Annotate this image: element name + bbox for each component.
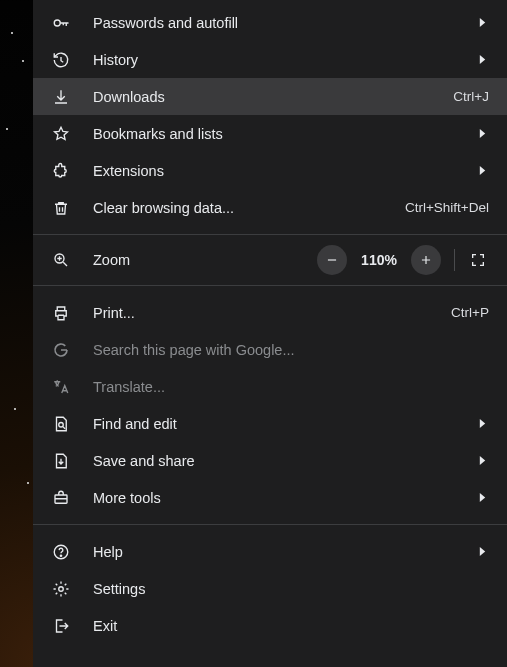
chevron-right-icon: [475, 419, 489, 428]
menu-item-passwords-autofill[interactable]: Passwords and autofill: [33, 4, 507, 41]
menu-item-label: Downloads: [93, 89, 443, 105]
menu-item-label: Passwords and autofill: [93, 15, 465, 31]
menu-item-zoom: Zoom 110%: [33, 239, 507, 281]
gear-icon: [51, 579, 71, 599]
fullscreen-button[interactable]: [463, 245, 493, 275]
chevron-right-icon: [475, 55, 489, 64]
menu-section-3: Help Settings Exit: [33, 529, 507, 648]
menu-item-save-share[interactable]: Save and share: [33, 442, 507, 479]
find-in-page-icon: [51, 414, 71, 434]
help-icon: [51, 542, 71, 562]
menu-item-print[interactable]: Print... Ctrl+P: [33, 294, 507, 331]
menu-item-translate: Translate...: [33, 368, 507, 405]
menu-divider: [33, 234, 507, 235]
menu-item-exit[interactable]: Exit: [33, 607, 507, 644]
printer-icon: [51, 303, 71, 323]
menu-item-clear-browsing-data[interactable]: Clear browsing data... Ctrl+Shift+Del: [33, 189, 507, 226]
chevron-right-icon: [475, 18, 489, 27]
menu-item-label: Translate...: [93, 379, 489, 395]
menu-item-more-tools[interactable]: More tools: [33, 479, 507, 516]
menu-item-find-edit[interactable]: Find and edit: [33, 405, 507, 442]
menu-section-2: Print... Ctrl+P Search this page with Go…: [33, 290, 507, 520]
puzzle-icon: [51, 161, 71, 181]
chevron-right-icon: [475, 547, 489, 556]
svg-point-5: [60, 555, 61, 556]
menu-item-label: Find and edit: [93, 416, 465, 432]
menu-item-label: Search this page with Google...: [93, 342, 489, 358]
menu-item-label: Extensions: [93, 163, 465, 179]
translate-icon: [51, 377, 71, 397]
menu-item-label: More tools: [93, 490, 465, 506]
chevron-right-icon: [475, 166, 489, 175]
trash-icon: [51, 198, 71, 218]
zoom-separator: [454, 249, 455, 271]
menu-section-1: Passwords and autofill History Downloads…: [33, 0, 507, 230]
magnifier-icon: [51, 250, 71, 270]
menu-divider: [33, 524, 507, 525]
menu-item-label: Print...: [93, 305, 441, 321]
browser-overflow-menu: Passwords and autofill History Downloads…: [33, 0, 507, 667]
zoom-value: 110%: [352, 252, 406, 268]
exit-icon: [51, 616, 71, 636]
star-icon: [51, 124, 71, 144]
google-g-icon: [51, 340, 71, 360]
menu-item-settings[interactable]: Settings: [33, 570, 507, 607]
zoom-out-button[interactable]: [317, 245, 347, 275]
history-icon: [51, 50, 71, 70]
menu-item-label: Bookmarks and lists: [93, 126, 465, 142]
menu-item-label: Exit: [93, 618, 489, 634]
menu-item-bookmarks-lists[interactable]: Bookmarks and lists: [33, 115, 507, 152]
menu-item-extensions[interactable]: Extensions: [33, 152, 507, 189]
menu-item-label: Settings: [93, 581, 489, 597]
svg-point-6: [59, 586, 64, 591]
download-icon: [51, 87, 71, 107]
chevron-right-icon: [475, 456, 489, 465]
chevron-right-icon: [475, 493, 489, 502]
zoom-in-button[interactable]: [411, 245, 441, 275]
menu-item-accelerator: Ctrl+Shift+Del: [405, 200, 489, 215]
menu-item-accelerator: Ctrl+P: [451, 305, 489, 320]
menu-item-accelerator: Ctrl+J: [453, 89, 489, 104]
menu-item-help[interactable]: Help: [33, 533, 507, 570]
menu-item-label: Save and share: [93, 453, 465, 469]
menu-item-history[interactable]: History: [33, 41, 507, 78]
menu-divider: [33, 285, 507, 286]
zoom-label: Zoom: [93, 252, 130, 268]
svg-point-2: [59, 422, 64, 427]
menu-item-downloads[interactable]: Downloads Ctrl+J: [33, 78, 507, 115]
menu-item-search-page-google: Search this page with Google...: [33, 331, 507, 368]
svg-point-0: [54, 20, 60, 26]
menu-item-label: Clear browsing data...: [93, 200, 395, 216]
key-icon: [51, 13, 71, 33]
menu-item-label: Help: [93, 544, 465, 560]
toolbox-icon: [51, 488, 71, 508]
file-arrow-icon: [51, 451, 71, 471]
menu-item-label: History: [93, 52, 465, 68]
chevron-right-icon: [475, 129, 489, 138]
